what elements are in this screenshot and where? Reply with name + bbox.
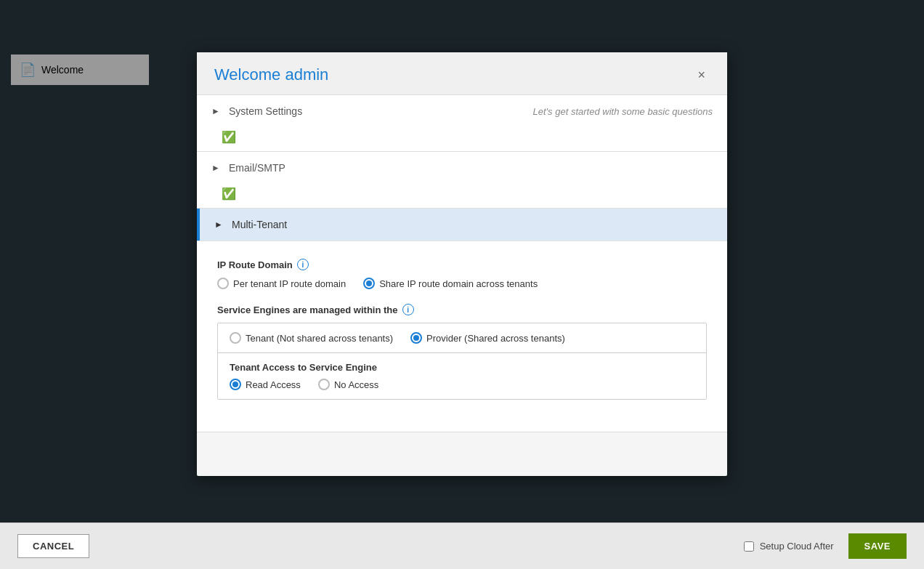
ip-route-domain-group: IP Route Domain i Per tenant IP route do… [217, 259, 707, 289]
chevron-icon-email: ► [211, 163, 222, 173]
radio-label-no-access: No Access [334, 379, 378, 390]
email-smtp-check: ✅ [197, 184, 727, 208]
radio-circle-no-access [318, 379, 330, 390]
radio-label-read: Read Access [246, 379, 301, 390]
chevron-icon: ► [211, 106, 222, 116]
radio-share-ip[interactable]: Share IP route domain across tenants [363, 278, 538, 289]
tenant-access-radio-group: Read Access No Access [230, 379, 694, 390]
check-icon-system: ✅ [222, 131, 236, 143]
footer-left: CANCEL [17, 534, 89, 558]
radio-circle-share-ip [363, 278, 375, 289]
section-system-settings: ► System Settings Let's get started with… [197, 95, 727, 152]
system-settings-subtitle: Let's get started with some basic questi… [533, 106, 713, 117]
setup-cloud-checkbox[interactable] [744, 541, 754, 552]
multi-tenant-content: IP Route Domain i Per tenant IP route do… [197, 241, 727, 432]
setup-cloud-checkbox-label[interactable]: Setup Cloud After [744, 541, 834, 552]
modal-footer: CANCEL Setup Cloud After SAVE [0, 522, 924, 569]
service-engines-box: Tenant (Not shared across tenants) Provi… [217, 323, 707, 400]
radio-label-share-ip: Share IP route domain across tenants [379, 278, 538, 289]
service-engines-bottom: Tenant Access to Service Engine Read Acc… [218, 352, 706, 399]
radio-circle-provider [410, 332, 422, 344]
radio-circle-tenant [230, 332, 241, 344]
ip-route-info-icon[interactable]: i [297, 259, 309, 270]
radio-label-per-tenant: Per tenant IP route domain [233, 278, 346, 289]
radio-per-tenant[interactable]: Per tenant IP route domain [217, 278, 346, 289]
ip-route-domain-label: IP Route Domain i [217, 259, 707, 270]
service-engines-top: Tenant (Not shared across tenants) Provi… [218, 323, 706, 352]
setup-cloud-label: Setup Cloud After [760, 541, 834, 552]
radio-no-access[interactable]: No Access [318, 379, 378, 390]
modal-overlay: Welcome admin × ► System Settings Let's … [0, 0, 924, 569]
close-button[interactable]: × [693, 66, 710, 84]
service-engines-label: Service Engines are managed within the i [217, 304, 707, 315]
radio-circle-read [230, 379, 241, 390]
service-engines-group: Service Engines are managed within the i… [217, 304, 707, 400]
system-settings-title: System Settings [229, 105, 526, 117]
footer-right: Setup Cloud After SAVE [744, 533, 907, 559]
modal-header: Welcome admin × [197, 52, 727, 95]
ip-route-radio-group: Per tenant IP route domain Share IP rout… [217, 278, 707, 289]
tenant-access-title: Tenant Access to Service Engine [230, 362, 694, 373]
cancel-button[interactable]: CANCEL [17, 534, 89, 558]
system-settings-check: ✅ [197, 127, 727, 151]
radio-circle-per-tenant [217, 278, 229, 289]
radio-label-provider: Provider (Shared across tenants) [426, 333, 565, 344]
save-button[interactable]: SAVE [848, 533, 907, 559]
check-icon-email: ✅ [222, 187, 236, 200]
modal-body: ► System Settings Let's get started with… [197, 95, 727, 432]
modal-title: Welcome admin [214, 65, 328, 84]
email-smtp-header[interactable]: ► Email/SMTP [197, 152, 727, 184]
multi-tenant-title: Multi-Tenant [232, 219, 713, 230]
email-smtp-title: Email/SMTP [229, 162, 713, 174]
service-engines-info-icon[interactable]: i [402, 304, 414, 315]
system-settings-header[interactable]: ► System Settings Let's get started with… [197, 95, 727, 127]
radio-tenant-not-shared[interactable]: Tenant (Not shared across tenants) [230, 332, 393, 344]
section-email-smtp: ► Email/SMTP ✅ [197, 152, 727, 209]
chevron-icon-mt: ► [214, 219, 224, 230]
section-multi-tenant: ► Multi-Tenant IP Route Domain i [197, 209, 727, 432]
radio-read-access[interactable]: Read Access [230, 379, 301, 390]
multi-tenant-header[interactable]: ► Multi-Tenant [197, 209, 727, 241]
radio-provider-shared[interactable]: Provider (Shared across tenants) [410, 332, 565, 344]
radio-label-tenant: Tenant (Not shared across tenants) [246, 333, 393, 344]
welcome-modal: Welcome admin × ► System Settings Let's … [197, 52, 727, 476]
